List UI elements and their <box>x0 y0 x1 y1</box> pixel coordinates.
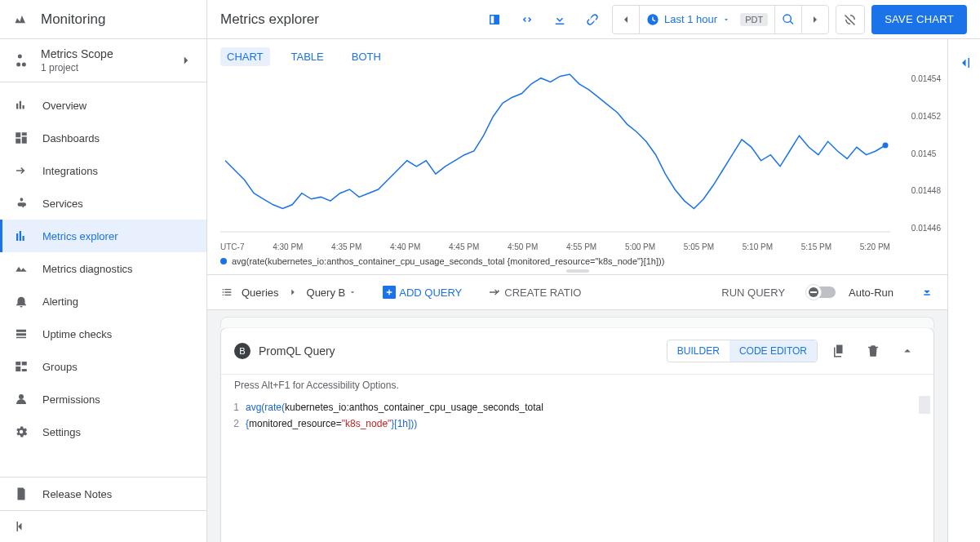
integrations-icon <box>13 162 29 179</box>
sidebar-item-release-notes[interactable]: Release Notes <box>0 478 206 510</box>
sidebar-item-overview[interactable]: Overview <box>0 89 206 122</box>
add-query-button[interactable]: ADD QUERY <box>383 286 462 299</box>
sidebar-item-label: Alerting <box>42 295 78 308</box>
sidebar-item-dashboards[interactable]: Dashboards <box>0 122 206 154</box>
sidebar-item-permissions[interactable]: Permissions <box>0 383 206 415</box>
diagnostics-icon <box>13 260 29 277</box>
queries-list-icon[interactable] <box>220 286 233 299</box>
editor-hint: Press Alt+F1 for Accessibility Options. <box>221 374 933 396</box>
sidebar-item-label: Uptime checks <box>42 328 112 340</box>
scope-subtitle: 1 project <box>41 62 167 73</box>
caret-down-icon <box>722 16 730 24</box>
legend-marker-icon <box>220 258 227 264</box>
scope-icon <box>13 52 29 69</box>
tab-chart[interactable]: CHART <box>220 47 270 66</box>
code-editor-mode-button[interactable]: CODE EDITOR <box>729 340 817 362</box>
add-icon <box>383 286 396 299</box>
expand-panel-icon <box>957 56 972 70</box>
metrics-scope-selector[interactable]: Metrics Scope 1 project <box>0 39 206 82</box>
permissions-icon <box>13 391 29 407</box>
save-chart-button[interactable]: SAVE CHART <box>871 5 967 34</box>
groups-icon <box>13 358 29 375</box>
sidebar-item-label: Metrics diagnostics <box>42 263 133 275</box>
sidebar-item-label: Permissions <box>42 393 100 406</box>
create-ratio-button[interactable]: CREATE RATIO <box>488 286 581 299</box>
sidebar-item-groups[interactable]: Groups <box>0 350 206 383</box>
autorun-label: Auto-Run <box>849 287 894 299</box>
sidebar-item-label: Overview <box>42 100 86 112</box>
caret-down-icon <box>348 288 357 296</box>
queries-label: Queries <box>242 287 279 299</box>
sidebar-item-label: Release Notes <box>42 488 112 500</box>
topbar: Metrics explorer Last 1 hour PDT SAVE CH… <box>207 0 980 39</box>
chart-legend[interactable]: avg(rate(kubernetes_io:anthos_container_… <box>207 251 947 268</box>
time-prev-button[interactable] <box>613 6 639 33</box>
time-next-button[interactable] <box>801 6 828 33</box>
code-editor[interactable]: 12 avg(rate(kubernetes_io:anthos_contain… <box>221 396 933 542</box>
alerting-icon <box>13 293 29 309</box>
prev-panel-peek <box>220 317 934 328</box>
sidebar-item-label: Metrics explorer <box>42 230 118 242</box>
sidebar-item-metrics-diagnostics[interactable]: Metrics diagnostics <box>0 252 206 285</box>
right-panel-collapse[interactable] <box>947 39 980 542</box>
settings-icon <box>13 424 29 440</box>
copy-query-button[interactable] <box>826 338 852 364</box>
x-axis-labels: UTC-7 4:30 PM 4:35 PM 4:40 PM 4:45 PM 4:… <box>207 241 947 251</box>
sidebar-item-services[interactable]: Services <box>0 187 206 220</box>
sidebar-item-label: Services <box>42 198 83 210</box>
time-range-selector: Last 1 hour PDT <box>612 5 829 34</box>
sidebar-item-label: Settings <box>42 426 81 438</box>
sidebar-item-label: Integrations <box>42 165 98 177</box>
query-panel-area: B PromQL Query BUILDER CODE EDITOR Pres <box>207 310 947 542</box>
time-zoom-button[interactable] <box>774 6 801 33</box>
sidebar: Monitoring Metrics Scope 1 project Overv… <box>0 0 207 542</box>
collapse-panel-button[interactable] <box>894 338 920 364</box>
sidebar-item-alerting[interactable]: Alerting <box>0 285 206 318</box>
sidebar-collapse[interactable] <box>0 510 206 542</box>
svg-point-0 <box>882 142 888 148</box>
query-panel: B PromQL Query BUILDER CODE EDITOR Pres <box>220 327 934 542</box>
link-button[interactable] <box>579 7 605 33</box>
line-gutter: 12 <box>221 399 246 432</box>
sidebar-item-metrics-explorer[interactable]: Metrics explorer <box>0 220 206 252</box>
release-notes-icon <box>13 486 29 502</box>
chart: 0.01454 0.01452 0.0145 0.01448 0.01446 <box>207 69 947 241</box>
product-title: Monitoring <box>41 11 105 28</box>
query-toolbar: Queries Query B ADD QUERY CREATE RATI <box>207 274 947 310</box>
legend-label: avg(rate(kubernetes_io:anthos_container_… <box>232 256 664 266</box>
services-icon <box>13 195 29 211</box>
current-query-dropdown[interactable]: Query B <box>307 287 357 299</box>
sidebar-item-settings[interactable]: Settings <box>0 415 206 448</box>
time-range-button[interactable]: Last 1 hour PDT <box>639 6 774 33</box>
delete-query-button[interactable] <box>860 338 886 364</box>
autorun-toggle[interactable] <box>808 287 836 298</box>
ratio-icon <box>488 286 501 299</box>
tab-both[interactable]: BOTH <box>345 47 388 66</box>
query-badge: B <box>234 343 251 359</box>
sidebar-item-integrations[interactable]: Integrations <box>0 154 206 187</box>
page-title: Metrics explorer <box>220 11 319 28</box>
scope-title: Metrics Scope <box>41 47 167 60</box>
editor-mode-toggle: BUILDER CODE EDITOR <box>667 340 818 362</box>
code-button[interactable] <box>514 7 540 33</box>
sidebar-item-label: Dashboards <box>42 132 100 144</box>
tab-table[interactable]: TABLE <box>285 47 330 66</box>
chart-canvas[interactable] <box>220 69 890 233</box>
builder-mode-button[interactable]: BUILDER <box>667 340 729 362</box>
main: Metrics explorer Last 1 hour PDT SAVE CH… <box>207 0 980 542</box>
monitoring-logo-icon <box>13 11 29 28</box>
panel-toggle-button[interactable] <box>481 7 508 33</box>
download-button[interactable] <box>547 7 573 33</box>
resize-handle[interactable] <box>207 268 947 274</box>
sync-off-button[interactable] <box>836 5 865 34</box>
clock-icon <box>646 13 659 26</box>
collapse-queries-button[interactable] <box>920 285 934 300</box>
run-query-button[interactable]: RUN QUERY <box>721 287 785 299</box>
sidebar-item-uptime[interactable]: Uptime checks <box>0 318 206 350</box>
dashboards-icon <box>13 130 29 146</box>
view-tabs: CHART TABLE BOTH <box>207 39 947 69</box>
query-panel-title: PromQL Query <box>259 344 335 358</box>
editor-minimap <box>919 396 930 414</box>
y-axis-labels: 0.01454 0.01452 0.0145 0.01448 0.01446 <box>911 69 941 233</box>
code-content: avg(rate(kubernetes_io:anthos_container_… <box>246 399 933 432</box>
